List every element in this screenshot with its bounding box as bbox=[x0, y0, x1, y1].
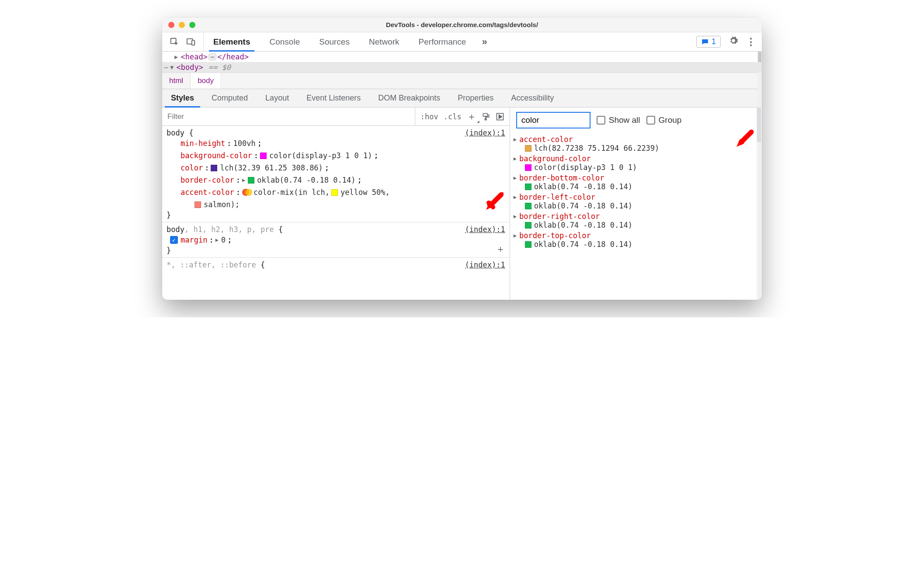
styles-subtabs: Styles Computed Layout Event Listeners D… bbox=[162, 89, 762, 108]
close-window-button[interactable] bbox=[168, 22, 174, 28]
computed-property[interactable]: ▶border-left-coloroklab(0.74 -0.18 0.14) bbox=[510, 192, 762, 211]
tab-performance[interactable]: Performance bbox=[409, 32, 476, 51]
css-declaration[interactable]: ✓ margin: ▶ 0; bbox=[167, 234, 505, 246]
color-swatch[interactable] bbox=[525, 145, 531, 152]
css-rule: (index):1 *, ::after, ::before { bbox=[162, 258, 510, 272]
selector[interactable]: body { bbox=[167, 128, 505, 137]
property-checkbox[interactable]: ✓ bbox=[170, 236, 178, 244]
traffic-lights bbox=[162, 22, 195, 28]
checkbox-icon[interactable] bbox=[597, 116, 605, 125]
tab-network[interactable]: Network bbox=[359, 32, 409, 51]
dom-body-line[interactable]: ⋯ ▼ <body> == $0 bbox=[162, 62, 762, 73]
computed-property[interactable]: ▶background-colorcolor(display-p3 1 0 1) bbox=[510, 153, 762, 173]
device-toggle-icon[interactable] bbox=[186, 37, 196, 47]
crumb-html[interactable]: html bbox=[162, 73, 191, 89]
source-link[interactable]: (index):1 bbox=[465, 225, 505, 234]
maximize-window-button[interactable] bbox=[189, 22, 195, 28]
styles-filter-input[interactable] bbox=[162, 108, 415, 125]
color-swatch[interactable] bbox=[525, 241, 531, 248]
source-link[interactable]: (index):1 bbox=[465, 128, 505, 137]
ellipsis-icon[interactable]: ⋯ bbox=[208, 53, 216, 60]
more-tabs-button[interactable]: » bbox=[476, 32, 493, 51]
color-swatch[interactable] bbox=[525, 222, 531, 229]
expand-computed-icon[interactable]: ▶ bbox=[514, 213, 517, 219]
settings-button[interactable] bbox=[729, 36, 738, 48]
computed-property[interactable]: ▶accent-colorlch(82.7238 75.1294 66.2239… bbox=[510, 134, 762, 153]
show-all-toggle[interactable]: Show all bbox=[597, 115, 640, 125]
computed-prop-value: oklab(0.74 -0.18 0.14) bbox=[534, 221, 632, 229]
subtab-computed[interactable]: Computed bbox=[203, 89, 257, 107]
computed-prop-value: color(display-p3 1 0 1) bbox=[534, 163, 637, 172]
expand-shorthand-icon[interactable]: ▶ bbox=[215, 234, 219, 246]
css-declaration[interactable]: color: lch(32.39 61.25 308.86); bbox=[167, 162, 505, 174]
color-swatch[interactable] bbox=[195, 201, 201, 208]
styles-filter-controls: :hov .cls ＋◢ bbox=[415, 110, 510, 123]
main-tabs: Elements Console Sources Network Perform… bbox=[204, 32, 689, 51]
subtab-styles[interactable]: Styles bbox=[162, 89, 203, 107]
css-declaration[interactable]: border-color: ▶ oklab(0.74 -0.18 0.14); bbox=[167, 174, 505, 186]
css-declaration[interactable]: background-color: color(display-p3 1 0 1… bbox=[167, 149, 505, 162]
tab-sources[interactable]: Sources bbox=[309, 32, 359, 51]
subtab-properties[interactable]: Properties bbox=[449, 89, 502, 107]
minimize-window-button[interactable] bbox=[179, 22, 185, 28]
toolbar-right: 1 ⋮ bbox=[689, 32, 762, 51]
color-swatch[interactable] bbox=[211, 165, 217, 171]
group-toggle[interactable]: Group bbox=[646, 115, 682, 125]
computed-reveal-icon[interactable] bbox=[496, 112, 504, 121]
dom-head-line[interactable]: ▶ <head> ⋯ </head> bbox=[162, 52, 762, 62]
toggle-cls-button[interactable]: .cls bbox=[444, 112, 462, 121]
computed-scrollbar[interactable] bbox=[757, 108, 761, 300]
expand-computed-icon[interactable]: ▶ bbox=[514, 175, 517, 181]
tab-console[interactable]: Console bbox=[260, 32, 309, 51]
color-swatch[interactable] bbox=[525, 203, 531, 209]
insert-rule-button[interactable]: ＋ bbox=[496, 243, 505, 256]
color-swatch[interactable] bbox=[525, 184, 531, 190]
show-all-label: Show all bbox=[609, 115, 640, 125]
selector[interactable]: body, h1, h2, h3, p, pre { bbox=[167, 225, 505, 234]
css-declaration-continuation[interactable]: salmon); bbox=[167, 198, 505, 211]
css-declaration[interactable]: min-height: 100vh; bbox=[167, 137, 505, 149]
color-mix-swatch[interactable] bbox=[242, 188, 252, 196]
more-options-button[interactable]: ⋮ bbox=[746, 36, 755, 48]
main-toolbar: Elements Console Sources Network Perform… bbox=[162, 32, 762, 52]
expand-computed-icon[interactable]: ▶ bbox=[514, 136, 517, 142]
computed-property[interactable]: ▶border-right-coloroklab(0.74 -0.18 0.14… bbox=[510, 211, 762, 230]
source-link[interactable]: (index):1 bbox=[465, 260, 505, 269]
new-style-rule-button[interactable]: ＋◢ bbox=[467, 110, 476, 123]
window-title: DevTools - developer.chrome.com/tags/dev… bbox=[162, 21, 762, 28]
subtab-accessibility[interactable]: Accessibility bbox=[502, 89, 563, 107]
subtab-dom-breakpoints[interactable]: DOM Breakpoints bbox=[369, 89, 449, 107]
computed-filter-input[interactable] bbox=[516, 112, 591, 128]
styles-pane: :hov .cls ＋◢ (index):1 body { bbox=[162, 108, 510, 300]
subtab-event-listeners[interactable]: Event Listeners bbox=[298, 89, 369, 107]
styles-computed-split: :hov .cls ＋◢ (index):1 body { bbox=[162, 108, 762, 300]
computed-prop-name: border-left-color bbox=[519, 193, 595, 201]
expand-shorthand-icon[interactable]: ▶ bbox=[242, 174, 245, 186]
tab-elements[interactable]: Elements bbox=[204, 32, 260, 51]
paint-icon[interactable] bbox=[482, 112, 490, 121]
expand-computed-icon[interactable]: ▶ bbox=[514, 156, 517, 162]
color-swatch[interactable] bbox=[248, 177, 254, 184]
computed-property[interactable]: ▶border-bottom-coloroklab(0.74 -0.18 0.1… bbox=[510, 173, 762, 192]
color-swatch[interactable] bbox=[260, 153, 267, 159]
color-swatch[interactable] bbox=[331, 189, 338, 196]
selector[interactable]: *, ::after, ::before { bbox=[167, 260, 505, 269]
toggle-hov-button[interactable]: :hov bbox=[420, 112, 438, 121]
color-swatch[interactable] bbox=[525, 164, 531, 171]
subtab-layout[interactable]: Layout bbox=[257, 89, 298, 107]
crumb-body[interactable]: body bbox=[191, 73, 221, 89]
dom-tree: ▶ <head> ⋯ </head> ⋯ ▼ <body> == $0 bbox=[162, 52, 762, 73]
expand-icon[interactable]: ▶ bbox=[174, 53, 178, 60]
checkbox-icon[interactable] bbox=[646, 116, 655, 125]
inspect-element-icon[interactable] bbox=[169, 37, 180, 47]
expand-computed-icon[interactable]: ▶ bbox=[514, 194, 517, 200]
computed-list: ▶accent-colorlch(82.7238 75.1294 66.2239… bbox=[510, 133, 762, 300]
message-icon bbox=[701, 38, 709, 46]
expand-computed-icon[interactable]: ▶ bbox=[514, 232, 517, 239]
line-menu-icon[interactable]: ⋯ bbox=[164, 63, 168, 72]
collapse-icon[interactable]: ▼ bbox=[170, 64, 174, 71]
css-declaration[interactable]: accent-color: color-mix(in lch, yellow 5… bbox=[167, 186, 505, 198]
issues-badge[interactable]: 1 bbox=[696, 36, 721, 48]
computed-prop-value: lch(82.7238 75.1294 66.2239) bbox=[534, 144, 660, 153]
computed-property[interactable]: ▶border-top-coloroklab(0.74 -0.18 0.14) bbox=[510, 230, 762, 250]
